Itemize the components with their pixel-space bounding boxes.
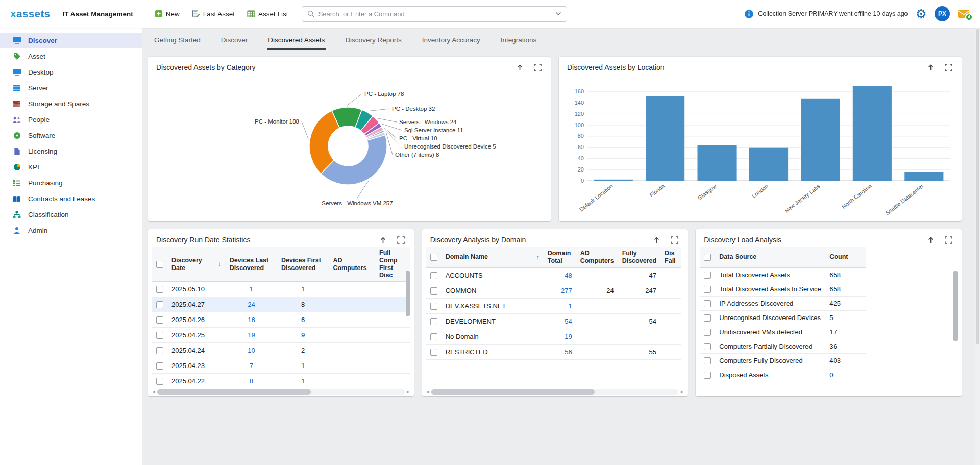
table-row[interactable]: Undiscovered VMs detected17	[700, 325, 866, 339]
export-icon[interactable]	[516, 64, 524, 71]
column-header-full-comp-first-disc[interactable]: Full Comp First Disc	[375, 247, 410, 282]
horizontal-scrollbar-thumb[interactable]	[157, 389, 311, 395]
cell-link[interactable]: 56	[565, 348, 572, 356]
search-input[interactable]	[318, 10, 551, 18]
column-header-fully-discovered[interactable]: Fully Discovered	[618, 247, 660, 267]
row-checkbox[interactable]	[704, 343, 711, 350]
column-header-ad-computers[interactable]: AD Computers	[576, 247, 618, 267]
sidebar-item-admin[interactable]: Admin	[0, 223, 142, 238]
gear-icon[interactable]: ⚙	[916, 8, 927, 20]
row-checkbox[interactable]	[156, 316, 163, 324]
column-header-domain-name[interactable]: Domain Name↑	[442, 247, 544, 267]
scroll-right-arrow[interactable]: ►	[406, 390, 410, 394]
app-logo[interactable]: xassets	[10, 8, 50, 20]
row-checkbox[interactable]	[156, 301, 163, 308]
table-row[interactable]: Computers Partially Discovered36	[700, 339, 866, 353]
column-header-dis-fail[interactable]: Dis Fail	[660, 247, 681, 267]
sidebar-item-people[interactable]: People	[0, 112, 142, 128]
row-checkbox[interactable]	[430, 272, 437, 279]
expand-icon[interactable]	[397, 236, 405, 244]
mail-icon[interactable]: 4	[958, 10, 970, 18]
info-icon[interactable]	[744, 9, 754, 19]
bar-default-location[interactable]	[594, 180, 633, 181]
table-row[interactable]: RESTRICTED5655	[426, 344, 681, 359]
row-checkbox[interactable]	[704, 286, 711, 293]
row-checkbox[interactable]	[156, 378, 163, 385]
sidebar-item-software[interactable]: Software	[0, 128, 142, 143]
row-checkbox[interactable]	[704, 300, 711, 307]
row-checkbox[interactable]	[156, 286, 163, 293]
bar-glasgow[interactable]	[698, 145, 737, 181]
bar-seattle-datacenter[interactable]	[904, 172, 943, 181]
expand-icon[interactable]	[945, 64, 952, 71]
cell-link[interactable]: 7	[250, 362, 253, 370]
column-header-ad-computers[interactable]: AD Computers	[329, 247, 375, 282]
table-row[interactable]: 2025.04.24102	[152, 343, 410, 358]
sidebar-item-licensing[interactable]: Licensing	[0, 143, 142, 159]
command-search[interactable]	[302, 6, 567, 22]
table-row[interactable]: DEVELOPMENT5454	[426, 313, 681, 329]
cell-link[interactable]: 277	[561, 287, 572, 295]
last-asset-button[interactable]: Last Asset	[191, 8, 236, 20]
bar-north-carolina[interactable]	[853, 86, 892, 181]
scroll-right-arrow[interactable]: ►	[680, 390, 683, 394]
table-row[interactable]: Unrecognised Discovered Devices5	[700, 310, 866, 325]
expand-icon[interactable]	[945, 236, 952, 244]
asset-list-button[interactable]: Asset List	[246, 8, 289, 20]
tab-discovery-reports[interactable]: Discovery Reports	[344, 33, 402, 50]
tab-getting-started[interactable]: Getting Started	[153, 33, 202, 50]
export-icon[interactable]	[927, 236, 935, 244]
table-row[interactable]: IP Addresses Discovered425	[700, 296, 866, 310]
column-header-devices-first-discovered[interactable]: Devices First Discovered	[277, 247, 329, 282]
expand-icon[interactable]	[671, 236, 678, 244]
sidebar-item-purchasing[interactable]: Purchasing	[0, 175, 142, 191]
row-checkbox[interactable]	[704, 372, 711, 379]
table-row[interactable]: Total Discovered Assets658	[700, 267, 866, 282]
cell-link[interactable]: 10	[248, 347, 255, 354]
horizontal-scrollbar-thumb[interactable]	[431, 389, 595, 395]
cell-link[interactable]: 8	[250, 377, 253, 385]
row-checkbox[interactable]	[156, 347, 163, 354]
row-checkbox[interactable]	[704, 329, 711, 336]
vertical-scrollbar[interactable]	[953, 270, 958, 384]
chevron-down-icon[interactable]	[555, 12, 561, 16]
sidebar-item-classification[interactable]: Classification	[0, 207, 142, 223]
row-checkbox[interactable]	[430, 333, 437, 340]
sidebar-item-kpi[interactable]: KPI	[0, 159, 142, 175]
cell-link[interactable]: 1	[568, 302, 572, 310]
horizontal-scrollbar[interactable]: ◄►	[426, 389, 684, 395]
table-row[interactable]: Disposed Assets0	[700, 368, 866, 382]
cell-link[interactable]: 1	[250, 285, 253, 293]
export-icon[interactable]	[379, 236, 387, 244]
table-row[interactable]: 2025.04.27248	[152, 297, 410, 312]
cell-link[interactable]: 54	[565, 317, 572, 325]
sidebar-item-storage-and-spares[interactable]: Storage and Spares	[0, 96, 142, 112]
table-row[interactable]: 2025.05.1011	[152, 282, 410, 297]
table-row[interactable]: Computers Fully Discovered403	[700, 353, 866, 368]
page-scrollbar-thumb[interactable]	[976, 29, 979, 344]
table-row[interactable]: COMMON27724247	[426, 283, 681, 298]
table-row[interactable]: 2025.04.25199	[152, 328, 410, 343]
column-header-discovery-date[interactable]: Discovery Date↓	[167, 247, 226, 282]
page-scrollbar[interactable]	[975, 28, 980, 465]
row-checkbox[interactable]	[430, 318, 437, 325]
cell-link[interactable]: 48	[565, 272, 572, 279]
bar-florida[interactable]	[646, 96, 684, 181]
horizontal-scrollbar[interactable]: ◄►	[152, 389, 410, 395]
bar-new-jersey-labs[interactable]	[801, 99, 840, 181]
row-checkbox[interactable]	[704, 314, 711, 322]
sidebar-item-discover[interactable]: Discover	[0, 33, 142, 48]
new-button[interactable]: New	[154, 8, 181, 20]
column-header-domain-total[interactable]: Domain Total	[544, 247, 576, 267]
tab-inventory-accuracy[interactable]: Inventory Accuracy	[421, 33, 481, 50]
tab-integrations[interactable]: Integrations	[500, 33, 538, 50]
row-checkbox[interactable]	[430, 303, 437, 310]
column-header-count[interactable]: Count	[825, 247, 858, 267]
tab-discover[interactable]: Discover	[220, 33, 249, 50]
cell-link[interactable]: 24	[248, 301, 255, 308]
vertical-scrollbar[interactable]	[406, 270, 410, 384]
row-checkbox[interactable]	[430, 349, 437, 356]
cell-link[interactable]: 19	[248, 331, 255, 339]
column-header-data-source[interactable]: Data Source	[715, 247, 825, 267]
sidebar-item-asset[interactable]: Asset	[0, 48, 142, 64]
